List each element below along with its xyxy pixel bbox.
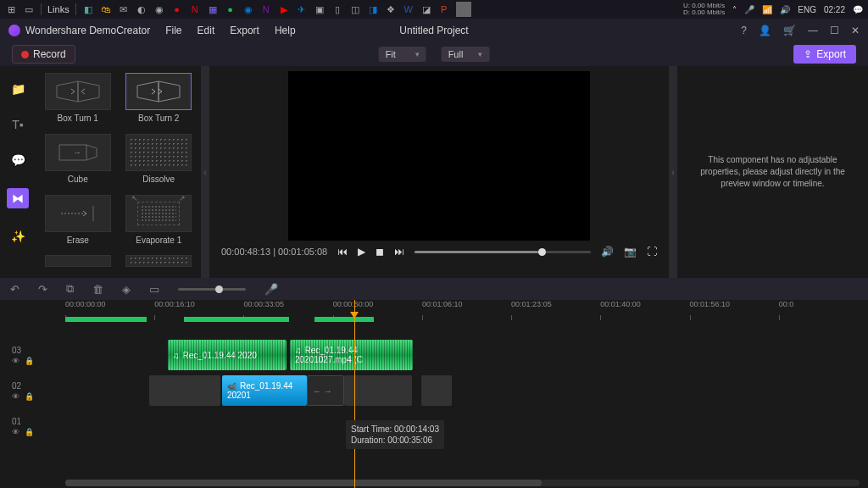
- menu-file[interactable]: File: [165, 25, 181, 36]
- close-icon[interactable]: ✕: [851, 25, 860, 36]
- track-1[interactable]: [65, 408, 868, 444]
- track-header-1: 01👁🔒: [0, 408, 44, 444]
- tb-app-icon[interactable]: ✉: [118, 3, 130, 15]
- audio-clip[interactable]: Rec_01.19.44 20201027.mp4 (C: [290, 340, 413, 370]
- menu-edit[interactable]: Edit: [198, 25, 215, 36]
- tb-app-icon[interactable]: ▣: [314, 3, 326, 15]
- tb-app-icon[interactable]: ❖: [385, 3, 397, 15]
- lock-icon[interactable]: 🔒: [25, 357, 34, 365]
- visibility-icon[interactable]: 👁: [12, 357, 19, 365]
- youtube-icon[interactable]: ▶: [278, 3, 290, 15]
- volume-icon[interactable]: 🔊: [601, 246, 614, 258]
- playhead[interactable]: [354, 300, 355, 488]
- zoom-fit-dropdown[interactable]: Fit: [379, 47, 426, 62]
- panel-collapse-right[interactable]: ›: [669, 66, 677, 278]
- titles-icon[interactable]: T▪: [10, 117, 25, 132]
- transition-boxturn1[interactable]: Box Turn 1: [42, 73, 114, 127]
- export-button[interactable]: ⇪ Export: [793, 45, 856, 64]
- undo-icon[interactable]: ↶: [10, 283, 19, 296]
- video-clip[interactable]: Rec_01.19.44 20201: [222, 375, 307, 406]
- tb-app-icon[interactable]: ◫: [349, 3, 361, 15]
- spotify-icon[interactable]: ●: [225, 3, 236, 15]
- aspect-icon[interactable]: ▭: [149, 283, 159, 296]
- cart-icon[interactable]: 🛒: [783, 25, 796, 36]
- fullscreen-icon[interactable]: ⛶: [647, 246, 657, 258]
- tb-app-icon[interactable]: ▦: [207, 3, 219, 15]
- tb-app-icon[interactable]: ◧: [82, 3, 94, 15]
- track-2[interactable]: Rec_01.19.44 20201 ← →: [65, 373, 868, 408]
- maximize-icon[interactable]: ☐: [830, 25, 839, 36]
- effects-icon[interactable]: ✨: [10, 229, 25, 244]
- preview-canvas[interactable]: [288, 71, 590, 241]
- wifi-icon[interactable]: 📶: [762, 5, 772, 14]
- track-3[interactable]: Rec_01.19.44 2020 Rec_01.19.44 20201027.…: [65, 337, 868, 373]
- tb-app-icon[interactable]: ◐: [136, 3, 147, 15]
- tb-app-icon[interactable]: ◪: [420, 3, 432, 15]
- help-icon[interactable]: ?: [741, 25, 747, 36]
- edge-icon[interactable]: ◉: [242, 3, 254, 15]
- delete-icon[interactable]: 🗑: [92, 283, 103, 296]
- volume-icon[interactable]: 🔊: [780, 5, 790, 14]
- transition-erase[interactable]: Erase: [42, 195, 114, 249]
- play-icon[interactable]: ▶: [358, 246, 365, 258]
- transition-evaporate1[interactable]: Evaporate 1: [124, 195, 195, 249]
- transition-partial[interactable]: [42, 255, 114, 271]
- telegram-icon[interactable]: ✈: [296, 3, 308, 15]
- clock[interactable]: 02:22: [824, 5, 845, 14]
- transition-clip[interactable]: ← →: [307, 375, 344, 406]
- visibility-icon[interactable]: 👁: [12, 428, 19, 436]
- tb-app-icon[interactable]: ▯: [331, 3, 343, 15]
- timeline-zoom-slider[interactable]: [178, 288, 246, 291]
- tb-app-icon[interactable]: ●: [171, 3, 183, 15]
- lock-icon[interactable]: 🔒: [25, 428, 34, 436]
- transition-boxturn2[interactable]: Box Turn 2: [124, 73, 195, 127]
- main-toolbar: Record Fit Full ⇪ Export: [0, 42, 868, 66]
- menu-help[interactable]: Help: [275, 25, 296, 36]
- word-icon[interactable]: W: [403, 3, 415, 15]
- audio-clip[interactable]: Rec_01.19.44 2020: [168, 340, 287, 370]
- redo-icon[interactable]: ↷: [38, 283, 47, 296]
- panel-collapse-left[interactable]: ‹: [201, 66, 209, 278]
- mic-record-icon[interactable]: 🎤: [264, 283, 278, 296]
- crop-icon[interactable]: ⧉: [66, 282, 74, 296]
- quality-dropdown[interactable]: Full: [442, 47, 490, 62]
- transition-partial[interactable]: [124, 255, 195, 271]
- time-display: 00:00:48:13 | 00:01:05:08: [221, 247, 327, 257]
- timeline-scrollbar[interactable]: [65, 480, 860, 486]
- transition-dissolve[interactable]: Dissolve: [124, 134, 195, 188]
- video-thumb-clip[interactable]: [421, 375, 452, 406]
- powerpoint-icon[interactable]: P: [438, 3, 450, 15]
- visibility-icon[interactable]: 👁: [12, 392, 19, 401]
- account-icon[interactable]: 👤: [759, 25, 771, 36]
- taskbar-links[interactable]: Links: [47, 4, 70, 14]
- start-menu-icon[interactable]: ⊞: [5, 3, 17, 15]
- video-thumb-clip[interactable]: [149, 375, 220, 406]
- track-header-2: 02👁🔒: [0, 373, 44, 408]
- record-button[interactable]: Record: [12, 45, 75, 64]
- prev-frame-icon[interactable]: ⏮: [337, 246, 348, 258]
- tb-app-icon[interactable]: ◨: [367, 3, 379, 15]
- minimize-icon[interactable]: —: [808, 25, 818, 36]
- tracks-area[interactable]: Rec_01.19.44 2020 Rec_01.19.44 20201027.…: [65, 320, 868, 444]
- task-view-icon[interactable]: ▭: [23, 3, 35, 15]
- snapshot-icon[interactable]: 📷: [624, 246, 637, 258]
- transitions-icon[interactable]: ⧓: [7, 188, 29, 208]
- tb-app-icon[interactable]: 🛍: [100, 3, 112, 15]
- next-frame-icon[interactable]: ⏭: [394, 246, 404, 258]
- marker-icon[interactable]: ◈: [122, 283, 131, 296]
- library-folder-icon[interactable]: 📁: [10, 81, 25, 97]
- onenote-icon[interactable]: N: [260, 3, 272, 15]
- lock-icon[interactable]: 🔒: [25, 392, 34, 401]
- menu-export[interactable]: Export: [230, 25, 259, 36]
- stickers-icon[interactable]: 💬: [10, 152, 25, 168]
- stop-icon[interactable]: ◼: [376, 246, 384, 258]
- netflix-icon[interactable]: N: [189, 3, 201, 15]
- language-indicator[interactable]: ENG: [798, 5, 816, 14]
- preview-progress[interactable]: [415, 251, 591, 253]
- notification-icon[interactable]: 💬: [853, 5, 863, 14]
- transition-cube[interactable]: → Cube: [42, 134, 114, 188]
- mic-tray-icon[interactable]: 🎤: [744, 5, 754, 14]
- tray-up-icon[interactable]: ˄: [732, 5, 737, 14]
- tb-app-icon[interactable]: [456, 2, 471, 17]
- chrome-icon[interactable]: ◉: [153, 3, 165, 15]
